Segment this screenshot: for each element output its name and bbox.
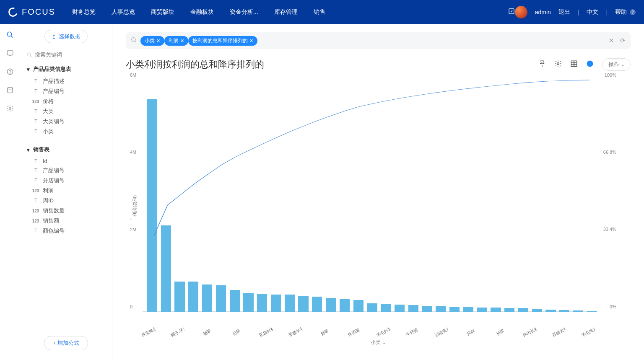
table-icon[interactable] xyxy=(570,60,578,70)
nav-item[interactable]: 金融板块 xyxy=(190,8,214,16)
x-tick-label xyxy=(302,326,317,339)
gear-icon[interactable] xyxy=(554,60,562,70)
lang-link[interactable]: 中文 xyxy=(587,8,598,16)
x-tick-label: 日装 xyxy=(229,326,244,339)
x-tick-label xyxy=(390,326,405,339)
tree-field[interactable]: 123利润 xyxy=(27,186,105,196)
nav-item[interactable]: 库存管理 xyxy=(274,8,298,16)
field-type-icon: ⟙ xyxy=(32,119,39,124)
field-type-icon: 123 xyxy=(32,99,39,104)
chevron-down-icon: ⌄ xyxy=(382,340,386,345)
nav-item[interactable]: 人事总览 xyxy=(112,8,135,16)
brand-logo: FOCUS xyxy=(8,7,55,17)
help-rail-icon[interactable] xyxy=(6,67,14,76)
query-chip[interactable]: 小类 ✕ xyxy=(140,36,164,46)
svg-point-1 xyxy=(7,32,12,36)
upload-icon: ↥ xyxy=(52,34,56,40)
x-tick-label: 羊毛外套 xyxy=(375,326,391,339)
select-data-button[interactable]: ↥ 选择数据 xyxy=(44,30,88,43)
y-axis-label: 利润(总和) xyxy=(132,195,138,216)
field-type-icon: ⟙ xyxy=(32,198,39,203)
nav-item[interactable]: 资金分析... xyxy=(230,8,258,16)
chart-title: 小类利润按利润的总和降序排列的 xyxy=(126,58,538,71)
y-tick: 6M xyxy=(130,72,136,78)
query-chip[interactable]: 按利润的总和降序排列的 ✕ xyxy=(188,36,257,46)
separator: | xyxy=(606,9,608,16)
close-icon[interactable]: ✕ xyxy=(249,38,253,44)
clear-query-icon[interactable]: ✕ xyxy=(609,37,614,44)
caret-icon: ▾ xyxy=(27,147,30,153)
y-tick: 0 xyxy=(130,304,132,309)
x-tick-label xyxy=(243,326,259,339)
search-rail-icon[interactable] xyxy=(6,31,14,39)
main-area: 小类 ✕利润 ✕按利润的总和降序排列的 ✕ ✕ ⟳ 小类利润按利润的总和降序排列… xyxy=(112,24,644,362)
tree-field[interactable]: ⟙颜色编号 xyxy=(27,226,105,236)
tree-field[interactable]: ⟙小类 xyxy=(27,127,105,137)
x-tick-label xyxy=(478,326,493,339)
right-tick: 33.4% xyxy=(603,227,616,232)
close-icon[interactable]: ✕ xyxy=(156,38,160,44)
board-rail-icon[interactable] xyxy=(6,49,14,57)
plot: 02M4M6M 0%33.4%66.8%100% xyxy=(143,80,597,312)
username[interactable]: admin xyxy=(535,9,551,16)
tree-field[interactable]: ⟙Id xyxy=(27,157,105,165)
tree-field[interactable]: 123销售数量 xyxy=(27,206,105,216)
field-type-icon: ⟙ xyxy=(32,159,39,164)
nav-item[interactable]: 销售 xyxy=(314,8,325,16)
tree-field[interactable]: ⟙大类 xyxy=(27,106,105,116)
x-axis-title[interactable]: 小类 ⌄ xyxy=(371,339,386,346)
field-type-icon: 123 xyxy=(32,209,39,213)
tree-field[interactable]: ⟙产品编号 xyxy=(27,86,105,96)
field-type-icon: ⟙ xyxy=(32,129,39,134)
tree-field[interactable]: ⟙产品编号 xyxy=(27,165,105,176)
add-formula-button[interactable]: + 增加公式 xyxy=(44,336,88,350)
x-tick-label xyxy=(273,326,288,339)
x-tick-label xyxy=(449,326,464,339)
field-search-input[interactable] xyxy=(35,52,105,58)
x-tick-label: 羊毛夹克 xyxy=(580,326,596,339)
tree-group-header[interactable]: ▾产品品类信息表 xyxy=(27,65,105,73)
nav-item[interactable]: 财务总览 xyxy=(72,8,96,16)
query-bar[interactable]: 小类 ✕利润 ✕按利润的总和降序排列的 ✕ ✕ ⟳ xyxy=(126,32,631,49)
tree-field[interactable]: ⟙周ID xyxy=(27,196,105,206)
left-rail xyxy=(0,24,20,362)
pin-icon[interactable] xyxy=(538,60,546,70)
logout-link[interactable]: 退出 xyxy=(558,8,570,16)
brand-text: FOCUS xyxy=(22,7,55,17)
tree-field[interactable]: ⟙大类编号 xyxy=(27,116,105,127)
avatar[interactable] xyxy=(515,6,527,18)
tree-field[interactable]: ⟙产品描述 xyxy=(27,76,105,86)
svg-point-6 xyxy=(9,108,11,110)
query-chip[interactable]: 利润 ✕ xyxy=(164,36,188,46)
tree-field[interactable]: 123销售额 xyxy=(27,216,105,226)
svg-point-7 xyxy=(28,53,31,56)
data-rail-icon[interactable] xyxy=(6,86,14,94)
x-tick-label xyxy=(331,326,347,339)
title-row: 小类利润按利润的总和降序排列的 操作 ⌄ xyxy=(126,58,631,71)
x-tick-label xyxy=(566,326,581,339)
tree-field[interactable]: 123价格 xyxy=(27,96,105,106)
svg-rect-2 xyxy=(7,51,13,55)
x-tick-label: 裙装 xyxy=(199,326,215,339)
chart-type-icon[interactable] xyxy=(586,60,594,70)
chart-area: › 利润(总和) 02M4M6M 0%33.4%66.8%100% 珠宝饰品帽子… xyxy=(126,77,631,354)
tree-field[interactable]: ⟙分店编号 xyxy=(27,176,105,186)
help-link[interactable]: 帮助 ? xyxy=(615,8,636,16)
operations-button[interactable]: 操作 ⌄ xyxy=(602,58,631,71)
x-tick-label: 帽子,手套... xyxy=(170,326,185,339)
caret-icon: ▾ xyxy=(27,66,30,72)
field-search[interactable] xyxy=(27,49,105,60)
close-icon[interactable]: ✕ xyxy=(180,38,184,44)
nav-item[interactable]: 商贸版块 xyxy=(151,8,174,16)
search-icon xyxy=(131,37,137,44)
refresh-icon[interactable]: ⟳ xyxy=(620,37,626,44)
right-tick: 66.8% xyxy=(603,150,616,155)
fields-panel: ↥ 选择数据 ▾产品品类信息表⟙产品描述⟙产品编号123价格⟙大类⟙大类编号⟙小… xyxy=(20,24,112,362)
tree-group-header[interactable]: ▾销售表 xyxy=(27,146,105,153)
right-tick: 0% xyxy=(610,304,616,309)
y-tick: 2M xyxy=(130,227,136,232)
edit-nav-icon[interactable] xyxy=(508,8,515,16)
svg-point-5 xyxy=(8,87,13,89)
settings-rail-icon[interactable] xyxy=(6,104,14,113)
top-nav: 财务总览人事总览商贸版块金融板块资金分析...库存管理销售 xyxy=(72,8,508,16)
